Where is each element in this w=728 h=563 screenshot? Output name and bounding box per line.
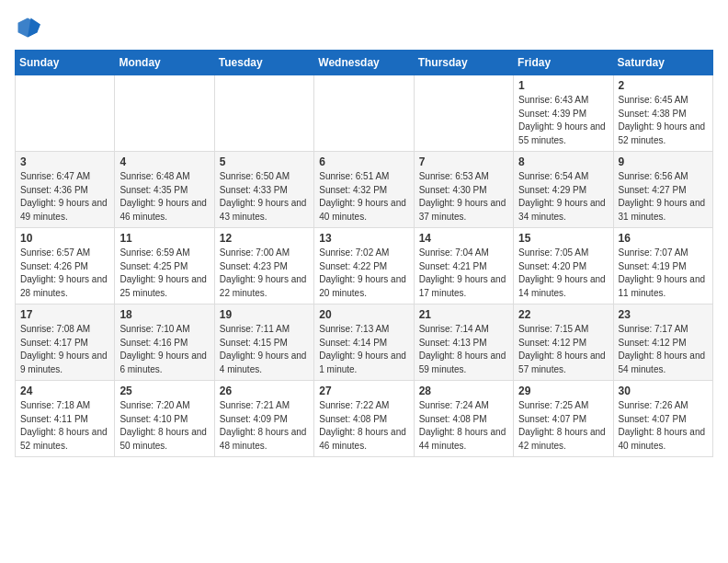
calendar-cell: 20Sunrise: 7:13 AM Sunset: 4:14 PM Dayli…	[314, 304, 414, 381]
day-number: 17	[20, 308, 109, 321]
logo-icon	[15, 15, 40, 40]
calendar-cell: 10Sunrise: 6:57 AM Sunset: 4:26 PM Dayli…	[16, 228, 115, 304]
day-info: Sunrise: 7:21 AM Sunset: 4:09 PM Dayligh…	[220, 399, 309, 453]
calendar-cell: 25Sunrise: 7:20 AM Sunset: 4:10 PM Dayli…	[115, 381, 214, 457]
day-info: Sunrise: 7:15 AM Sunset: 4:12 PM Dayligh…	[518, 323, 608, 376]
day-info: Sunrise: 7:04 AM Sunset: 4:21 PM Dayligh…	[419, 247, 508, 300]
calendar-header-sunday: Sunday	[16, 51, 115, 75]
day-number: 8	[518, 155, 608, 168]
day-number: 23	[619, 308, 708, 321]
calendar-cell: 11Sunrise: 6:59 AM Sunset: 4:25 PM Dayli…	[115, 228, 214, 304]
day-number: 14	[419, 232, 508, 245]
day-info: Sunrise: 7:05 AM Sunset: 4:20 PM Dayligh…	[518, 247, 608, 300]
calendar-cell: 30Sunrise: 7:26 AM Sunset: 4:07 PM Dayli…	[613, 381, 712, 457]
day-number: 3	[20, 155, 109, 168]
calendar-table: SundayMondayTuesdayWednesdayThursdayFrid…	[15, 50, 713, 457]
day-info: Sunrise: 7:20 AM Sunset: 4:10 PM Dayligh…	[119, 399, 209, 453]
day-number: 22	[518, 308, 608, 321]
day-number: 27	[319, 385, 408, 397]
day-info: Sunrise: 7:13 AM Sunset: 4:14 PM Dayligh…	[319, 323, 408, 376]
calendar-header-thursday: Thursday	[414, 51, 513, 75]
day-info: Sunrise: 6:47 AM Sunset: 4:36 PM Dayligh…	[20, 170, 109, 224]
day-number: 7	[419, 155, 508, 168]
day-number: 1	[518, 79, 608, 92]
calendar-week-row: 1Sunrise: 6:43 AM Sunset: 4:39 PM Daylig…	[16, 75, 713, 152]
logo	[15, 15, 44, 40]
day-info: Sunrise: 6:54 AM Sunset: 4:29 PM Dayligh…	[518, 170, 608, 224]
day-info: Sunrise: 6:53 AM Sunset: 4:30 PM Dayligh…	[419, 170, 508, 224]
calendar-cell: 13Sunrise: 7:02 AM Sunset: 4:22 PM Dayli…	[314, 228, 414, 304]
calendar-cell: 8Sunrise: 6:54 AM Sunset: 4:29 PM Daylig…	[514, 152, 613, 228]
calendar-header-tuesday: Tuesday	[214, 51, 313, 75]
calendar-header-wednesday: Wednesday	[314, 51, 414, 75]
day-number: 25	[119, 385, 209, 397]
calendar-week-row: 3Sunrise: 6:47 AM Sunset: 4:36 PM Daylig…	[16, 152, 713, 228]
calendar-cell	[414, 75, 513, 152]
day-info: Sunrise: 7:18 AM Sunset: 4:11 PM Dayligh…	[20, 399, 109, 453]
calendar-cell: 1Sunrise: 6:43 AM Sunset: 4:39 PM Daylig…	[514, 75, 613, 152]
day-number: 2	[619, 79, 708, 92]
day-info: Sunrise: 7:25 AM Sunset: 4:07 PM Dayligh…	[518, 399, 608, 453]
calendar-cell	[115, 75, 214, 152]
day-info: Sunrise: 7:24 AM Sunset: 4:08 PM Dayligh…	[419, 399, 508, 453]
day-number: 5	[220, 155, 309, 168]
day-info: Sunrise: 7:26 AM Sunset: 4:07 PM Dayligh…	[619, 399, 708, 453]
calendar-cell: 12Sunrise: 7:00 AM Sunset: 4:23 PM Dayli…	[214, 228, 313, 304]
day-number: 12	[220, 232, 309, 245]
day-number: 11	[119, 232, 209, 245]
day-info: Sunrise: 6:57 AM Sunset: 4:26 PM Dayligh…	[20, 247, 109, 300]
day-number: 16	[619, 232, 708, 245]
calendar-week-row: 10Sunrise: 6:57 AM Sunset: 4:26 PM Dayli…	[16, 228, 713, 304]
calendar-header-row: SundayMondayTuesdayWednesdayThursdayFrid…	[16, 51, 713, 75]
day-number: 4	[119, 155, 209, 168]
calendar-cell: 29Sunrise: 7:25 AM Sunset: 4:07 PM Dayli…	[514, 381, 613, 457]
calendar-header-monday: Monday	[115, 51, 214, 75]
day-info: Sunrise: 6:43 AM Sunset: 4:39 PM Dayligh…	[518, 94, 608, 147]
day-info: Sunrise: 7:02 AM Sunset: 4:22 PM Dayligh…	[319, 247, 408, 300]
day-info: Sunrise: 6:50 AM Sunset: 4:33 PM Dayligh…	[220, 170, 309, 224]
day-info: Sunrise: 6:56 AM Sunset: 4:27 PM Dayligh…	[619, 170, 708, 224]
calendar-cell: 16Sunrise: 7:07 AM Sunset: 4:19 PM Dayli…	[613, 228, 712, 304]
day-number: 6	[319, 155, 408, 168]
calendar-cell: 6Sunrise: 6:51 AM Sunset: 4:32 PM Daylig…	[314, 152, 414, 228]
calendar-cell: 15Sunrise: 7:05 AM Sunset: 4:20 PM Dayli…	[514, 228, 613, 304]
day-number: 13	[319, 232, 408, 245]
calendar-cell: 3Sunrise: 6:47 AM Sunset: 4:36 PM Daylig…	[16, 152, 115, 228]
day-info: Sunrise: 7:22 AM Sunset: 4:08 PM Dayligh…	[319, 399, 408, 453]
calendar-cell	[314, 75, 414, 152]
calendar-cell: 24Sunrise: 7:18 AM Sunset: 4:11 PM Dayli…	[16, 381, 115, 457]
day-number: 18	[119, 308, 209, 321]
day-info: Sunrise: 7:11 AM Sunset: 4:15 PM Dayligh…	[220, 323, 309, 376]
calendar-cell	[16, 75, 115, 152]
calendar-cell: 14Sunrise: 7:04 AM Sunset: 4:21 PM Dayli…	[414, 228, 513, 304]
calendar-header-saturday: Saturday	[613, 51, 712, 75]
calendar-week-row: 17Sunrise: 7:08 AM Sunset: 4:17 PM Dayli…	[16, 304, 713, 381]
day-info: Sunrise: 6:45 AM Sunset: 4:38 PM Dayligh…	[619, 94, 708, 147]
day-number: 15	[518, 232, 608, 245]
calendar-cell: 28Sunrise: 7:24 AM Sunset: 4:08 PM Dayli…	[414, 381, 513, 457]
calendar-cell: 26Sunrise: 7:21 AM Sunset: 4:09 PM Dayli…	[214, 381, 313, 457]
day-info: Sunrise: 6:48 AM Sunset: 4:35 PM Dayligh…	[119, 170, 209, 224]
calendar-cell: 9Sunrise: 6:56 AM Sunset: 4:27 PM Daylig…	[613, 152, 712, 228]
day-info: Sunrise: 7:14 AM Sunset: 4:13 PM Dayligh…	[419, 323, 508, 376]
calendar-cell: 4Sunrise: 6:48 AM Sunset: 4:35 PM Daylig…	[115, 152, 214, 228]
calendar-cell: 17Sunrise: 7:08 AM Sunset: 4:17 PM Dayli…	[16, 304, 115, 381]
header	[15, 15, 713, 40]
calendar-cell: 19Sunrise: 7:11 AM Sunset: 4:15 PM Dayli…	[214, 304, 313, 381]
day-info: Sunrise: 7:07 AM Sunset: 4:19 PM Dayligh…	[619, 247, 708, 300]
calendar-week-row: 24Sunrise: 7:18 AM Sunset: 4:11 PM Dayli…	[16, 381, 713, 457]
day-number: 20	[319, 308, 408, 321]
day-number: 30	[619, 385, 708, 397]
day-info: Sunrise: 7:17 AM Sunset: 4:12 PM Dayligh…	[619, 323, 708, 376]
day-number: 19	[220, 308, 309, 321]
calendar-cell: 18Sunrise: 7:10 AM Sunset: 4:16 PM Dayli…	[115, 304, 214, 381]
calendar-cell: 2Sunrise: 6:45 AM Sunset: 4:38 PM Daylig…	[613, 75, 712, 152]
day-number: 21	[419, 308, 508, 321]
calendar-cell: 21Sunrise: 7:14 AM Sunset: 4:13 PM Dayli…	[414, 304, 513, 381]
day-number: 10	[20, 232, 109, 245]
calendar-cell: 22Sunrise: 7:15 AM Sunset: 4:12 PM Dayli…	[514, 304, 613, 381]
calendar-cell: 23Sunrise: 7:17 AM Sunset: 4:12 PM Dayli…	[613, 304, 712, 381]
calendar-cell	[214, 75, 313, 152]
day-info: Sunrise: 7:10 AM Sunset: 4:16 PM Dayligh…	[119, 323, 209, 376]
calendar-cell: 27Sunrise: 7:22 AM Sunset: 4:08 PM Dayli…	[314, 381, 414, 457]
